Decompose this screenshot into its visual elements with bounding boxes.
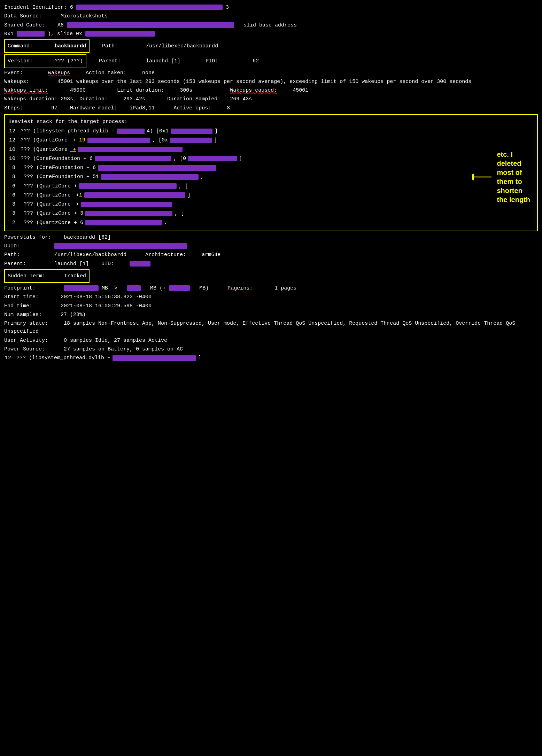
stack-item-5: 8 ??? (CoreFoundation + 51 , (8, 173, 534, 181)
stack-item-2: 10 ??? (QuartzCore + (8, 146, 534, 154)
footprint-redacted2 (127, 285, 141, 291)
footprint-redacted3 (169, 285, 190, 291)
parent-label: Parent: (99, 58, 121, 64)
stack-redacted (101, 174, 199, 180)
footprint-redacted1 (64, 285, 99, 291)
pageins-label: Pageins: (227, 285, 253, 291)
stack-redacted (81, 202, 172, 207)
stack-item-3: 10 ??? (CoreFoundation + 6 , [0 ] (8, 155, 534, 163)
pid-label: PID: (206, 58, 218, 64)
sharedcache-row: Shared Cache: A8 slid base address (4, 21, 538, 29)
uuid-redacted (54, 243, 187, 249)
sharedcache-label: Shared Cache: (4, 22, 45, 28)
command-value: backboardd (55, 43, 86, 49)
incident-redacted (76, 5, 223, 10)
version-box: Version: ??? (???) (4, 54, 86, 68)
report-container: Incident Identifier: 6 3 Data Source: Mi… (4, 3, 538, 362)
sudden-term-row: Sudden Term: Tracked (4, 269, 538, 283)
stack-redacted (87, 138, 150, 143)
stack-item-10: 2 ??? (QuartzCore + 6 . (8, 219, 534, 227)
event-value: wakeups (48, 70, 70, 76)
cpus-value: 8 (227, 105, 230, 111)
slide-redacted2 (85, 31, 155, 37)
heaviest-stack-title: Heaviest stack for the target process: (8, 118, 534, 126)
event-label: Event: (4, 70, 23, 76)
steps-row: Steps: 97 Hardware model: iPad8,11 Activ… (4, 104, 538, 112)
sharedcache-slide-row: 0x1 ), slide 0x (4, 30, 538, 38)
stack-item-8: 3 ??? (QuartzCore + (8, 200, 534, 208)
user-activity-value: 0 samples Idle, 27 samples Active (64, 338, 167, 344)
command-box: Command: backboardd (4, 39, 90, 53)
wakeups-limit-row: Wakeups limit: 45000 Limit duration: 300… (4, 86, 538, 94)
last-stack-item: 12 ??? (libsystem_pthread.dylib + ] (4, 354, 538, 362)
stack-item-7: 6 ??? (QuartzCore +1 ] (8, 191, 534, 199)
datasource-label: Data Source: (4, 13, 42, 19)
incident-value-suffix: 3 (226, 5, 229, 10)
wakeups-duration-value: 293.42s (123, 96, 145, 102)
wakeups-duration-label: Wakeups duration: 293s. Duration: (4, 96, 108, 102)
path2-label: Path: (4, 252, 20, 258)
stack-redacted (188, 156, 237, 161)
footprint-suffix2: MB (+ (150, 285, 166, 291)
uuid-label: UUID: (4, 243, 20, 249)
user-activity-label: User Activity: (4, 338, 48, 344)
footprint-suffix3: MB) (199, 285, 209, 291)
datasource-row: Data Source: Microstackshots (4, 12, 538, 20)
stack-redacted (85, 220, 162, 225)
heaviest-stack-section: Heaviest stack for the target process: 1… (4, 114, 538, 231)
command-row: Command: backboardd Path: /usr/libexec/b… (4, 39, 538, 53)
wakeups-duration-row: Wakeups duration: 293s. Duration: 293.42… (4, 95, 538, 103)
end-time-row: End time: 2021-08-18 16:00:29.598 -0400 (4, 302, 538, 310)
stack-item-1: 12 ??? (QuartzCore + 19 , [0x ] (8, 136, 534, 144)
parent-value: launchd [1] (146, 58, 180, 64)
end-time-label: End time: (4, 303, 32, 309)
num-samples-value: 27 (28%) (61, 312, 86, 318)
parent2-label: Parent: (4, 261, 26, 267)
action-label: Action taken: (86, 70, 126, 76)
version-row: Version: ??? (???) Parent: launchd [1] P… (4, 54, 538, 68)
version-value: ??? (???) (55, 58, 83, 64)
cpus-label: Active cpus: (173, 105, 211, 111)
stack-redacted (95, 156, 171, 161)
limit-duration-label: Limit duration: (117, 87, 164, 93)
slide-mid: ), slide 0x (48, 31, 82, 37)
event-row: Event: wakeups Action taken: none (4, 69, 538, 77)
uid-redacted (130, 261, 150, 267)
pageins-value: 1 pages (274, 285, 296, 291)
power-source-label: Power Source: (4, 346, 45, 352)
wakeups-label: Wakeups: (4, 79, 29, 85)
arrow-icon (472, 172, 493, 182)
path-value: /usr/libexec/backboardd (146, 43, 218, 49)
action-value: none (142, 70, 155, 76)
footprint-label: Footprint: (4, 285, 36, 291)
sudden-term-value: Tracked (64, 273, 86, 279)
stack-redacted (171, 129, 212, 134)
stack-redacted (78, 147, 183, 152)
footprint-suffix1: MB -> (102, 285, 117, 291)
sharedcache-suffix: slid base address (243, 22, 297, 28)
stack-redacted (98, 165, 216, 171)
stack-item-6: 6 ??? (QuartzCore + , [ (8, 182, 534, 190)
uuid-row: UUID: (4, 242, 538, 250)
wakeups-limit-value: 45000 (70, 87, 86, 93)
stack-item-9: 3 ??? (QuartzCore + 3 , [ (8, 209, 534, 217)
num-samples-label: Num samples: (4, 312, 42, 318)
primary-state-label: Primary state: (4, 321, 48, 326)
sharedcache-prefix: A8 (57, 22, 64, 28)
primary-state-value: 18 samples Non-Frontmost App, Non-Suppre… (4, 321, 515, 334)
start-time-row: Start time: 2021-08-18 15:56:38.823 -040… (4, 293, 538, 301)
annotation-container: etc. Ideletedmost ofthem toshortenthe le… (472, 150, 530, 204)
path-label: Path: (102, 43, 118, 49)
stack-redacted (117, 129, 145, 134)
primary-state-row: Primary state: 18 samples Non-Frontmost … (4, 319, 538, 336)
wakeups-limit-label: Wakeups limit: (4, 87, 48, 93)
stack-redacted (79, 183, 177, 189)
uid-label: UID: (101, 261, 114, 267)
incident-label: Incident Identifier: (4, 5, 67, 10)
incident-value-prefix: 6 (70, 5, 73, 10)
powerstats-label: Powerstats for: (4, 234, 51, 240)
end-time-value: 2021-08-18 16:00:29.598 -0400 (61, 303, 152, 309)
parent2-value: launchd [1] (54, 261, 89, 267)
arch-label: Architecture: (145, 252, 186, 258)
num-samples-row: Num samples: 27 (28%) (4, 311, 538, 319)
